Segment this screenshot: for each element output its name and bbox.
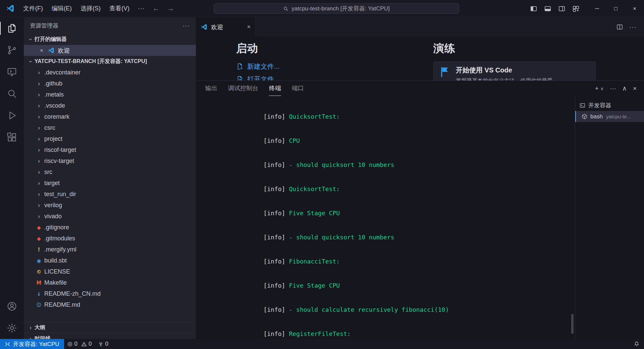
vscode-logo-icon xyxy=(5,3,16,14)
file-item[interactable]: M Makefile xyxy=(24,277,196,288)
chevron-right-icon xyxy=(35,213,43,220)
title-bar: 文件(F) 编辑(E) 选择(S) 查看(V) ··· ← → yatcpu-t… xyxy=(0,0,644,17)
folder-item[interactable]: .devcontainer xyxy=(24,67,196,78)
folder-item[interactable]: .github xyxy=(24,78,196,89)
file-item[interactable]: ◉ build.sbt xyxy=(24,255,196,266)
chevron-down-icon xyxy=(27,36,34,43)
terminal-scrollbar[interactable] xyxy=(571,314,574,334)
chevron-right-icon xyxy=(35,69,43,76)
open-editors-section-header[interactable]: 打开的编辑器 xyxy=(24,34,196,45)
activitybar-remote-explorer-icon[interactable] xyxy=(0,61,24,83)
terminal-profile-chevron-icon[interactable]: ∨ xyxy=(600,86,604,91)
panel-tabs: 输出 调试控制台 终端 端口 xyxy=(205,81,304,96)
forward-arrow-icon[interactable]: → xyxy=(163,4,178,12)
activitybar-search-icon[interactable] xyxy=(0,83,24,105)
folder-item[interactable]: .vscode xyxy=(24,100,196,111)
file-item[interactable]: ⓘ README.md xyxy=(24,299,196,310)
close-window-button[interactable]: × xyxy=(625,0,644,17)
close-tab-icon[interactable]: × xyxy=(247,23,251,31)
radio-tower-icon xyxy=(98,341,104,347)
maximize-panel-icon[interactable]: ∧ xyxy=(622,84,627,92)
terminal-line: [info]Five Stage CPU xyxy=(205,201,575,225)
panel-more-actions-icon[interactable]: ··· xyxy=(610,85,616,92)
back-arrow-icon[interactable]: ← xyxy=(149,4,163,12)
sidebar-more-actions-icon[interactable]: ··· xyxy=(182,22,190,30)
activitybar-source-control-icon[interactable] xyxy=(0,39,24,61)
split-editor-icon[interactable] xyxy=(616,23,623,31)
panel-tab[interactable]: 调试控制台 xyxy=(228,81,258,96)
file-item[interactable]: ◆ .gitignore xyxy=(24,222,196,233)
folder-item[interactable]: riscv-target xyxy=(24,156,196,167)
minimize-button[interactable]: ─ xyxy=(588,0,606,17)
folder-item[interactable]: verilog xyxy=(24,200,196,211)
toggle-panel-icon[interactable] xyxy=(544,5,551,12)
folder-item[interactable]: project xyxy=(24,133,196,144)
new-file-link[interactable]: 新建文件... xyxy=(236,61,280,71)
remote-icon xyxy=(5,341,10,347)
sidebar-title: 资源管理器 xyxy=(30,22,58,30)
folder-item[interactable]: coremark xyxy=(24,111,196,122)
warning-icon xyxy=(81,341,87,347)
file-item[interactable]: ! .mergify.yml xyxy=(24,244,196,255)
vscode-file-icon xyxy=(201,23,208,31)
folder-item[interactable]: riscof-target xyxy=(24,144,196,156)
open-editor-welcome[interactable]: × 欢迎 xyxy=(24,45,196,56)
getting-started-card[interactable]: 开始使用 VS Code 掌握最基本的自定义方法，使用你的最爱… xyxy=(433,61,596,80)
terminal-line: [info]RegisterFileTest: xyxy=(205,322,575,339)
terminal-group-devcontainer[interactable]: 开发容器 xyxy=(575,100,644,111)
file-item[interactable]: ↓ README-zh_CN.md xyxy=(24,288,196,299)
tab-title: 欢迎 xyxy=(211,23,223,31)
activitybar-extensions-icon[interactable] xyxy=(0,126,24,148)
menu-item[interactable]: 选择(S) xyxy=(76,3,105,14)
outline-section-header[interactable]: 大纲 xyxy=(24,322,196,333)
tab-welcome[interactable]: 欢迎 × xyxy=(196,17,256,37)
editor-more-actions-icon[interactable]: ··· xyxy=(629,23,637,31)
notifications-bell-icon[interactable] xyxy=(629,339,644,349)
toggle-secondary-sidebar-icon[interactable] xyxy=(558,5,566,12)
menu-item[interactable]: 查看(V) xyxy=(105,3,134,14)
folder-item[interactable]: src xyxy=(24,167,196,178)
folder-item[interactable]: test_run_dir xyxy=(24,189,196,200)
timeline-section-header[interactable]: 时间线 xyxy=(24,333,196,339)
ports-indicator[interactable]: 0 xyxy=(95,339,111,349)
folder-item[interactable]: csrc xyxy=(24,122,196,133)
file-item[interactable]: © LICENSE xyxy=(24,266,196,277)
folder-list: .devcontainer .github .metals .v xyxy=(24,67,196,222)
remote-indicator[interactable]: 开发容器: YatCPU xyxy=(0,339,64,349)
activitybar-explorer-icon[interactable] xyxy=(0,17,24,39)
panel-tab[interactable]: 输出 xyxy=(205,81,217,96)
terminal-output[interactable]: [info]QuicksortTest: [info]CPU [info]- s… xyxy=(196,96,575,339)
close-editor-icon[interactable]: × xyxy=(39,47,45,54)
file-item[interactable]: ◆ .gitmodules xyxy=(24,233,196,244)
open-file-link[interactable]: 打开文件 xyxy=(236,74,280,80)
customize-layout-icon[interactable] xyxy=(572,5,580,12)
new-terminal-button[interactable]: + ∨ xyxy=(595,85,604,92)
menu-item[interactable]: 编辑(E) xyxy=(47,3,76,14)
menu-item[interactable]: 文件(F) xyxy=(19,3,47,14)
folder-item[interactable]: vivado xyxy=(24,211,196,222)
activitybar-settings-gear-icon[interactable] xyxy=(0,317,24,339)
menu-overflow-icon[interactable]: ··· xyxy=(134,3,149,14)
chevron-down-icon xyxy=(27,58,34,65)
folder-item[interactable]: target xyxy=(24,178,196,189)
search-icon xyxy=(283,6,288,11)
command-center-search[interactable]: yatcpu-test-branch [开发容器: YatCPU] xyxy=(214,3,459,14)
explorer-sidebar: 资源管理器 ··· 打开的编辑器 × 欢迎 YATCPU-TEST-BRANCH… xyxy=(24,17,196,339)
panel-tab[interactable]: 终端 xyxy=(269,81,281,96)
welcome-page: 启动 新建文件... 打开文件 xyxy=(196,37,644,80)
walkthroughs-heading: 演练 xyxy=(433,41,601,56)
folder-item[interactable]: .metals xyxy=(24,89,196,100)
activitybar-accounts-icon[interactable] xyxy=(0,295,24,317)
bottom-panel: 输出 调试控制台 终端 端口 + ∨ ··· ∧ × xyxy=(196,80,644,339)
editor-tab-bar: 欢迎 × ··· xyxy=(196,17,644,37)
project-section-header[interactable]: YATCPU-TEST-BRANCH [开发容器: YATCPU] xyxy=(24,56,196,67)
problems-indicator[interactable]: 0 0 xyxy=(64,339,95,349)
toggle-sidebar-icon[interactable] xyxy=(530,5,537,12)
terminal-item-bash[interactable]: bash yatcpu-te... xyxy=(575,111,644,122)
close-panel-icon[interactable]: × xyxy=(633,85,637,92)
maximize-button[interactable]: □ xyxy=(606,0,625,17)
activitybar-run-debug-icon[interactable] xyxy=(0,105,24,126)
terminal-line: [info]- should quicksort 10 numbers xyxy=(205,225,575,249)
chevron-right-icon xyxy=(35,113,43,120)
panel-tab[interactable]: 端口 xyxy=(292,81,304,96)
